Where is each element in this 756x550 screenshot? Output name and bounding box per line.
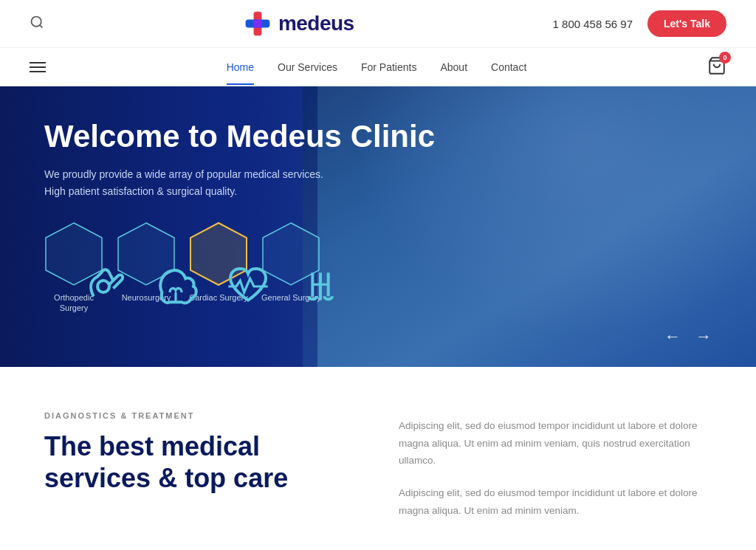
about-left: DIAGNOSTICS & TREATMENT The best medical… [44, 411, 354, 534]
carousel-prev-button[interactable]: ← [664, 327, 681, 346]
service-icons: OrthopedicSurgery Neurosurgery [44, 221, 435, 314]
nav-item-our-services[interactable]: Our Services [278, 61, 337, 74]
hero-heading: Welcome to Medeus Clinic [44, 119, 435, 154]
hamburger-menu[interactable] [30, 62, 46, 72]
top-bar-right: 1 800 458 56 97 Let's Talk [553, 10, 726, 37]
nav-item-contact[interactable]: Contact [491, 61, 526, 74]
brand-logo[interactable]: medeus [243, 9, 354, 38]
about-para-2: Adipiscing elit, sed do eiusmod tempor i… [399, 484, 712, 519]
lets-talk-button[interactable]: Let's Talk [647, 10, 726, 37]
nav-link-contact[interactable]: Contact [491, 61, 526, 76]
svg-point-0 [32, 16, 41, 26]
top-bar: medeus 1 800 458 56 97 Let's Talk [0, 0, 756, 48]
search-icon[interactable] [30, 15, 44, 33]
logo-icon [243, 9, 272, 38]
about-right: Adipiscing elit, sed do eiusmod tempor i… [399, 411, 712, 534]
nav-link-home[interactable]: Home [227, 61, 254, 85]
svg-point-7 [97, 281, 109, 292]
carousel-arrows: ← → [664, 327, 712, 346]
carousel-next-button[interactable]: → [695, 327, 712, 346]
hero-subtext-line2: High patient satisfaction & surgical qua… [44, 185, 237, 197]
hero-subtext: We proudly provide a wide array of popul… [44, 166, 435, 199]
brand-name: medeus [278, 12, 354, 35]
hero-section: Welcome to Medeus Clinic We proudly prov… [0, 86, 756, 367]
svg-rect-4 [253, 20, 261, 28]
nav-link-about[interactable]: About [440, 61, 467, 76]
about-para-1: Adipiscing elit, sed do eiusmod tempor i… [399, 417, 712, 470]
nav-bar: Home Our Services For Patients About Con… [0, 48, 756, 86]
hero-content: Welcome to Medeus Clinic We proudly prov… [0, 86, 479, 346]
nav-links: Home Our Services For Patients About Con… [227, 61, 527, 74]
svg-line-1 [40, 24, 43, 27]
about-heading-line1: The best medical [44, 431, 260, 461]
cart-icon-wrap[interactable]: 0 [707, 56, 726, 78]
nav-link-for-patients[interactable]: For Patients [361, 61, 416, 76]
hero-subtext-line1: We proudly provide a wide array of popul… [44, 168, 323, 180]
about-tag: DIAGNOSTICS & TREATMENT [44, 411, 354, 420]
phone-number: 1 800 458 56 97 [553, 18, 633, 30]
nav-item-about[interactable]: About [440, 61, 467, 74]
nav-link-our-services[interactable]: Our Services [278, 61, 337, 76]
nav-item-home[interactable]: Home [227, 61, 254, 74]
nav-item-for-patients[interactable]: For Patients [361, 61, 416, 74]
about-section: DIAGNOSTICS & TREATMENT The best medical… [0, 367, 756, 550]
about-heading-line2: services & top care [44, 463, 288, 493]
about-heading: The best medical services & top care [44, 430, 354, 494]
service-orthopedic[interactable]: OrthopedicSurgery [44, 221, 103, 314]
cart-badge: 0 [719, 52, 731, 63]
